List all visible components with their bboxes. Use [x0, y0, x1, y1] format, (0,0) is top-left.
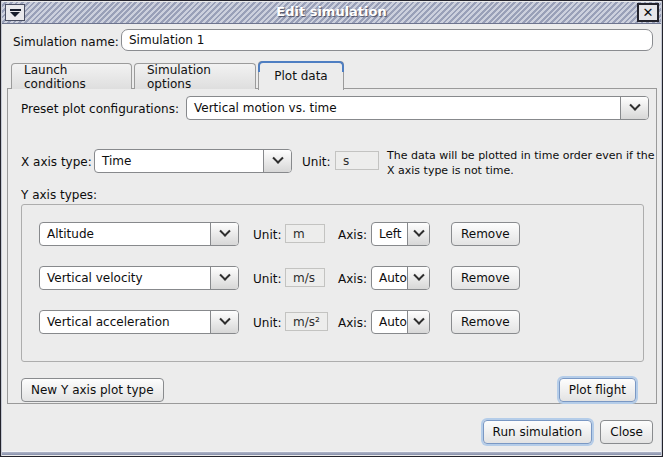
- unit-value-3: m/s²: [285, 312, 328, 331]
- axis-label: Axis:: [338, 316, 367, 330]
- axis-label: Axis:: [338, 272, 367, 286]
- window-close-button[interactable]: ✕: [637, 3, 659, 22]
- x-axis-selected-value: Time: [95, 150, 263, 172]
- axis-value: Auto: [372, 311, 407, 333]
- time-order-note: The data will be plotted in time order e…: [387, 148, 659, 178]
- chevron-down-icon: [272, 153, 283, 164]
- unit-value-2: m/s: [285, 268, 325, 287]
- remove-button-2[interactable]: Remove: [451, 266, 520, 290]
- axis-value: Left: [372, 223, 407, 245]
- tab-label: Simulation options: [147, 63, 243, 91]
- edit-simulation-dialog: Edit simulation ✕ Simulation name: Simul…: [0, 0, 663, 457]
- y-type-value: Vertical acceleration: [40, 311, 210, 333]
- close-icon: ✕: [643, 6, 654, 19]
- y-type-dropdown-button[interactable]: [210, 311, 238, 333]
- unit-label: Unit:: [253, 272, 281, 286]
- axis-label: Axis:: [338, 228, 367, 242]
- titlebar[interactable]: Edit simulation ✕: [2, 2, 661, 24]
- chevron-down-icon: [629, 100, 640, 111]
- chevron-down-icon: [219, 314, 230, 325]
- preset-selected-value: Vertical motion vs. time: [187, 97, 620, 119]
- y-type-select-1[interactable]: Altitude: [39, 222, 239, 246]
- x-axis-unit-value: s: [335, 151, 379, 170]
- y-axis-types-label: Y axis types:: [21, 188, 97, 202]
- run-simulation-button[interactable]: Run simulation: [483, 420, 592, 444]
- remove-button-3[interactable]: Remove: [451, 310, 520, 334]
- plot-flight-button[interactable]: Plot flight: [559, 378, 636, 402]
- unit-text: m/s²: [293, 315, 320, 329]
- simulation-name-label: Simulation name:: [13, 35, 119, 49]
- run-simulation-label: Run simulation: [493, 425, 582, 439]
- unit-label: Unit:: [253, 316, 281, 330]
- chevron-down-icon: [413, 226, 424, 237]
- x-axis-unit-label: Unit:: [302, 155, 330, 169]
- preset-dropdown-button[interactable]: [620, 97, 648, 119]
- unit-text: s: [343, 154, 349, 168]
- preset-configurations-label: Preset plot configurations:: [21, 102, 179, 116]
- y-type-value: Vertical velocity: [40, 267, 210, 289]
- y-type-value: Altitude: [40, 223, 210, 245]
- chevron-down-icon: [219, 226, 230, 237]
- tab-label: Plot data: [274, 69, 327, 83]
- y-type-select-2[interactable]: Vertical velocity: [39, 266, 239, 290]
- unit-text: m: [293, 227, 305, 241]
- unit-text: m/s: [293, 271, 315, 285]
- remove-label: Remove: [461, 227, 510, 241]
- x-axis-type-select[interactable]: Time: [94, 149, 292, 173]
- chevron-down-icon: [219, 270, 230, 281]
- unit-label: Unit:: [253, 228, 281, 242]
- axis-select-3[interactable]: Auto: [371, 310, 430, 334]
- axis-select-2[interactable]: Auto: [371, 266, 430, 290]
- remove-label: Remove: [461, 271, 510, 285]
- window-bottom-border: [2, 451, 661, 455]
- close-label: Close: [610, 425, 643, 439]
- x-axis-dropdown-button[interactable]: [263, 150, 291, 172]
- y-type-select-3[interactable]: Vertical acceleration: [39, 310, 239, 334]
- y-type-dropdown-button[interactable]: [210, 267, 238, 289]
- tab-bar: Launch conditions Simulation options Plo…: [9, 60, 344, 89]
- tab-plot-data[interactable]: Plot data: [258, 61, 344, 90]
- axis-dropdown-button[interactable]: [407, 311, 429, 333]
- window-title: Edit simulation: [2, 4, 661, 19]
- tab-simulation-options[interactable]: Simulation options: [134, 63, 256, 89]
- chevron-down-icon: [413, 270, 424, 281]
- axis-dropdown-button[interactable]: [407, 223, 429, 245]
- tab-launch-conditions[interactable]: Launch conditions: [11, 63, 132, 89]
- plot-flight-label: Plot flight: [569, 383, 626, 397]
- simulation-name-value: Simulation 1: [129, 33, 204, 47]
- simulation-name-input[interactable]: Simulation 1: [121, 29, 653, 51]
- y-type-dropdown-button[interactable]: [210, 223, 238, 245]
- preset-configurations-select[interactable]: Vertical motion vs. time: [186, 96, 649, 120]
- unit-value-1: m: [285, 224, 325, 243]
- x-axis-type-label: X axis type:: [21, 155, 92, 169]
- axis-dropdown-button[interactable]: [407, 267, 429, 289]
- close-button[interactable]: Close: [600, 420, 653, 444]
- axis-value: Auto: [372, 267, 407, 289]
- new-y-axis-label: New Y axis plot type: [31, 383, 154, 397]
- new-y-axis-plot-type-button[interactable]: New Y axis plot type: [21, 378, 164, 402]
- remove-button-1[interactable]: Remove: [451, 222, 520, 246]
- remove-label: Remove: [461, 315, 510, 329]
- chevron-down-icon: [413, 314, 424, 325]
- axis-select-1[interactable]: Left: [371, 222, 430, 246]
- tab-label: Launch conditions: [24, 63, 119, 91]
